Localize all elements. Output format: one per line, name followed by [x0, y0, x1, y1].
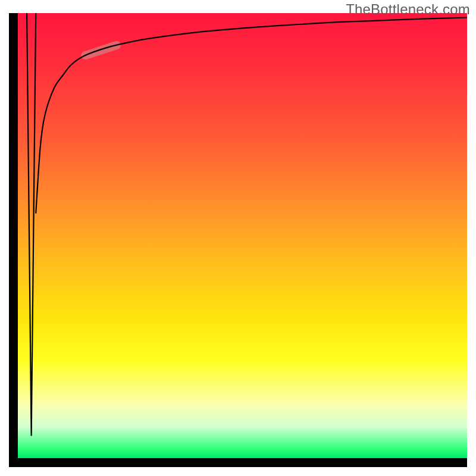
watermark-text: TheBottleneck.com [346, 1, 470, 18]
chart-stage: TheBottleneck.com [0, 0, 476, 476]
axes [9, 13, 467, 467]
